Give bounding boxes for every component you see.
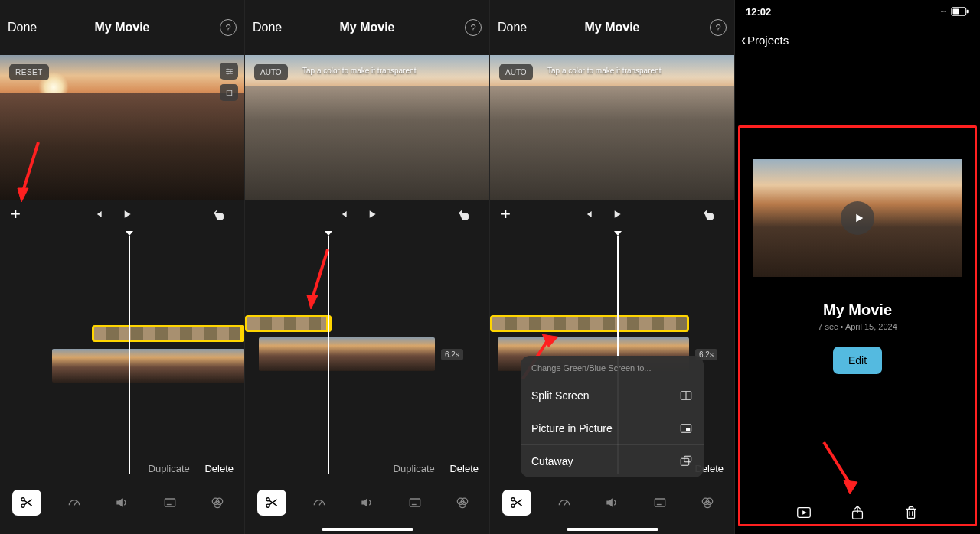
svg-point-22 (266, 504, 270, 507)
crop-icon[interactable] (220, 84, 238, 101)
svg-rect-6 (227, 90, 232, 96)
help-icon[interactable]: ? (710, 19, 727, 36)
project-title: My Movie (339, 21, 394, 34)
done-button[interactable]: Done (253, 21, 282, 34)
filters-bar-icon[interactable] (448, 490, 477, 516)
play-icon[interactable] (119, 206, 136, 223)
done-button[interactable]: Done (498, 21, 527, 34)
project-thumbnail[interactable] (753, 159, 962, 277)
titles-icon[interactable] (400, 490, 430, 516)
overlay-clip[interactable] (490, 315, 689, 332)
overlay-mode-popover: Change Green/Blue Screen to... Split Scr… (521, 356, 704, 477)
duplicate-button[interactable]: Duplicate (394, 463, 435, 474)
tool-bar (490, 482, 734, 534)
home-indicator[interactable] (322, 528, 413, 531)
popover-option-cutaway[interactable]: Cutaway (521, 444, 704, 477)
delete-button[interactable]: Delete (204, 463, 234, 474)
undo-icon[interactable] (701, 206, 717, 223)
svg-point-49 (941, 11, 942, 11)
chevron-left-icon: ‹ (741, 32, 746, 48)
tool-bar (0, 482, 244, 534)
base-clip[interactable] (52, 349, 245, 383)
volume-icon[interactable] (107, 490, 136, 516)
play-project-icon[interactable] (795, 503, 813, 522)
preview-area[interactable]: AUTO Tap a color to make it transparent (490, 55, 734, 200)
clip-actions: Duplicate Delete (136, 463, 234, 474)
svg-line-56 (824, 442, 850, 484)
svg-line-19 (312, 249, 328, 298)
auto-button[interactable]: AUTO (254, 64, 288, 80)
titles-icon[interactable] (645, 490, 675, 516)
share-icon[interactable] (848, 503, 867, 522)
play-icon[interactable] (364, 206, 381, 223)
popover-option-pip[interactable]: Picture in Picture (521, 412, 704, 444)
trash-icon[interactable] (902, 503, 920, 522)
svg-line-11 (24, 500, 32, 506)
popover-header: Change Green/Blue Screen to... (521, 356, 704, 379)
titles-icon[interactable] (155, 490, 185, 516)
base-clip[interactable] (259, 337, 435, 371)
editor-top-bar: Done My Movie ? (245, 0, 489, 55)
transport-row: + (245, 200, 489, 228)
home-indicator[interactable] (567, 528, 658, 531)
skip-start-icon[interactable] (580, 206, 596, 223)
svg-line-12 (24, 500, 32, 505)
filters-bar-icon[interactable] (693, 490, 722, 516)
split-screen-icon (679, 389, 693, 402)
volume-icon[interactable] (352, 490, 381, 516)
editor-panel-3: Done My Movie ? AUTO Tap a color to make… (490, 0, 735, 534)
svg-point-21 (266, 498, 270, 501)
speed-icon[interactable] (60, 490, 89, 516)
projects-panel: 12:02 ‹ Projects My Movie 7 sec • April … (735, 0, 980, 534)
svg-point-50 (942, 11, 943, 11)
play-icon[interactable] (841, 201, 874, 235)
tool-bar (245, 482, 489, 534)
duplicate-button[interactable]: Duplicate (149, 463, 190, 474)
project-title: My Movie (94, 21, 149, 34)
svg-line-24 (270, 500, 277, 505)
timeline[interactable]: 6.2s Duplicate Delete (245, 228, 489, 480)
undo-icon[interactable] (456, 206, 472, 223)
speed-icon[interactable] (550, 490, 579, 516)
help-icon[interactable]: ? (465, 19, 482, 36)
undo-icon[interactable] (211, 206, 227, 223)
speed-icon[interactable] (305, 490, 334, 516)
svg-marker-57 (844, 480, 858, 494)
scissors-icon[interactable] (12, 490, 41, 516)
reset-button[interactable]: RESET (9, 64, 49, 80)
playhead[interactable] (129, 236, 130, 474)
filters-bar-icon[interactable] (203, 490, 232, 516)
add-media-button[interactable]: + (501, 204, 511, 224)
battery-icon (940, 7, 969, 16)
overlay-clip[interactable] (92, 325, 245, 342)
duration-badge: 6.2s (441, 349, 463, 360)
skip-start-icon[interactable] (90, 206, 106, 223)
svg-rect-61 (907, 509, 914, 518)
popover-option-split-screen[interactable]: Split Screen (521, 379, 704, 412)
help-icon[interactable]: ? (220, 19, 237, 36)
svg-rect-54 (953, 9, 959, 15)
svg-line-13 (74, 501, 77, 505)
play-icon[interactable] (609, 206, 626, 223)
scissors-icon[interactable] (257, 490, 286, 516)
delete-button[interactable]: Delete (449, 463, 479, 474)
done-button[interactable]: Done (8, 21, 37, 34)
cutaway-icon (679, 454, 693, 468)
clip-actions: Duplicate Delete (381, 463, 479, 474)
svg-marker-20 (307, 295, 318, 309)
filters-icon[interactable] (220, 63, 238, 80)
skip-start-icon[interactable] (335, 206, 351, 223)
svg-marker-8 (18, 188, 28, 202)
scissors-icon[interactable] (502, 490, 531, 516)
svg-rect-38 (684, 456, 691, 462)
volume-icon[interactable] (597, 490, 626, 516)
projects-back-button[interactable]: ‹ Projects (735, 23, 980, 57)
overlay-clip[interactable] (245, 315, 332, 332)
preview-area[interactable]: AUTO Tap a color to make it transparent (245, 55, 489, 200)
svg-point-10 (21, 504, 24, 507)
timeline[interactable]: 6.2s Duplicate Delete Change Green/Blue … (490, 228, 734, 480)
project-actions (735, 503, 980, 522)
auto-button[interactable]: AUTO (499, 64, 533, 80)
timeline[interactable]: Duplicate Delete (0, 228, 244, 480)
edit-button[interactable]: Edit (833, 347, 882, 374)
